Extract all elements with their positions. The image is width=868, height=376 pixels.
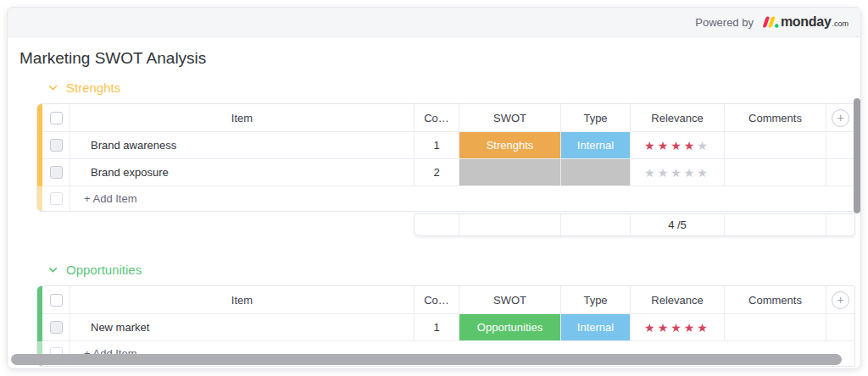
summary-cell-swot: [459, 214, 561, 235]
summary-cell-comments: [725, 214, 826, 235]
comments-cell[interactable]: [725, 159, 826, 185]
column-header-type[interactable]: Type: [561, 104, 631, 131]
column-header-count[interactable]: Co…: [415, 286, 459, 313]
group-color-stripe-fade: [37, 186, 42, 211]
add-column-cell: +: [826, 104, 854, 131]
checkbox-cell: [42, 132, 70, 158]
table-row: New market1OpportunitiesInternal★★★★★: [42, 314, 854, 341]
table-row: Brand exposure2★★★★★: [42, 159, 854, 186]
column-header-item[interactable]: Item: [70, 286, 415, 313]
comments-cell[interactable]: [725, 314, 826, 340]
group-summary-row: 4 /5: [414, 213, 855, 236]
column-header-count[interactable]: Co…: [415, 104, 459, 131]
star-rating-empty[interactable]: ★★★★★: [644, 166, 710, 180]
add-column-cell: +: [826, 286, 854, 313]
star-rating-empty[interactable]: ★: [697, 139, 710, 152]
group-header-1[interactable]: Opportunities: [36, 260, 855, 279]
count-cell: 2: [415, 159, 459, 185]
add-checkbox-cell: [42, 186, 70, 211]
add-column-button[interactable]: +: [832, 291, 849, 309]
checkbox-cell: [42, 159, 70, 185]
type-status-cell[interactable]: [561, 159, 631, 185]
column-header-comments[interactable]: Comments: [725, 104, 826, 131]
group-header-0[interactable]: Strenghts: [36, 78, 855, 97]
column-header-swot[interactable]: SWOT: [459, 286, 561, 313]
group-title[interactable]: Strenghts: [66, 80, 120, 95]
swot-status-cell[interactable]: Opportunities: [459, 314, 561, 340]
brand-name: monday: [781, 14, 832, 30]
row-checkbox[interactable]: [50, 139, 63, 152]
select-all-checkbox[interactable]: [50, 294, 63, 307]
header-checkbox-cell: [42, 104, 70, 131]
group-strenghts: StrenghtsItemCo…SWOTTypeRelevanceComment…: [36, 78, 855, 236]
horizontal-scrollbar[interactable]: [11, 354, 842, 365]
table-header-row: ItemCo…SWOTTypeRelevanceComments+: [42, 286, 854, 314]
embed-card: Powered by monday.com Marketing SWOT Ana…: [7, 7, 861, 369]
column-header-swot[interactable]: SWOT: [459, 104, 561, 131]
row-end-cell: [826, 132, 854, 158]
item-name-cell[interactable]: Brand awareness: [70, 132, 415, 158]
row-checkbox[interactable]: [50, 321, 63, 334]
column-header-relevance[interactable]: Relevance: [631, 104, 725, 131]
type-status-cell[interactable]: Internal: [561, 314, 631, 340]
relevance-cell[interactable]: ★★★★★: [631, 159, 725, 185]
powered-by-label: Powered by: [695, 16, 754, 29]
item-name-cell[interactable]: New market: [70, 314, 415, 340]
column-header-type[interactable]: Type: [561, 286, 631, 313]
monday-logo-icon: [760, 15, 779, 29]
summary-cell-plus: [826, 214, 854, 235]
vertical-scrollbar[interactable]: [854, 98, 860, 213]
add-column-button[interactable]: +: [832, 109, 849, 127]
item-name-cell[interactable]: Brand exposure: [70, 159, 415, 185]
checkbox-cell: [42, 314, 70, 340]
brand-tld: .com: [832, 19, 849, 28]
summary-cell-type: [561, 214, 631, 235]
add-item-row: + Add Item: [42, 186, 854, 211]
star-rating[interactable]: ★★★★: [644, 139, 697, 152]
column-header-item[interactable]: Item: [70, 104, 415, 131]
count-cell: 1: [415, 314, 459, 340]
count-cell: 1: [415, 132, 459, 158]
summary-cell-count: [415, 214, 459, 235]
add-item-button[interactable]: + Add Item: [70, 186, 854, 211]
star-rating[interactable]: ★★★★★: [644, 321, 710, 335]
table-row: Brand awareness1StrenghtsInternal★★★★★: [42, 132, 854, 159]
group-table: ItemCo…SWOTTypeRelevanceComments+Brand a…: [36, 103, 855, 212]
relevance-cell[interactable]: ★★★★★: [631, 132, 725, 158]
header-checkbox-cell: [42, 286, 70, 313]
table-header-row: ItemCo…SWOTTypeRelevanceComments+: [42, 104, 854, 132]
select-all-checkbox[interactable]: [50, 112, 63, 124]
column-header-relevance[interactable]: Relevance: [631, 286, 725, 313]
swot-status-cell[interactable]: [459, 159, 561, 185]
monday-logo[interactable]: monday.com: [760, 14, 849, 30]
add-item-checkbox: [50, 192, 63, 205]
row-end-cell: [826, 314, 854, 340]
group-opportunities: OpportunitiesItemCo…SWOTTypeRelevanceCom…: [36, 260, 855, 367]
swot-status-cell[interactable]: Strenghts: [459, 132, 561, 158]
embed-topbar: Powered by monday.com: [8, 8, 860, 37]
group-collapse-chevron-icon[interactable]: [47, 264, 58, 275]
summary-cell-relevance: 4 /5: [631, 214, 725, 235]
relevance-cell[interactable]: ★★★★★: [631, 314, 725, 340]
group-collapse-chevron-icon[interactable]: [47, 82, 58, 93]
column-header-comments[interactable]: Comments: [725, 286, 826, 313]
groups-container: StrenghtsItemCo…SWOTTypeRelevanceComment…: [8, 78, 860, 367]
row-end-cell: [826, 159, 854, 185]
group-title[interactable]: Opportunities: [66, 263, 142, 277]
type-status-cell[interactable]: Internal: [561, 132, 631, 158]
comments-cell[interactable]: [725, 132, 826, 158]
row-checkbox[interactable]: [50, 166, 63, 179]
board-title: Marketing SWOT Analysis: [19, 49, 860, 68]
